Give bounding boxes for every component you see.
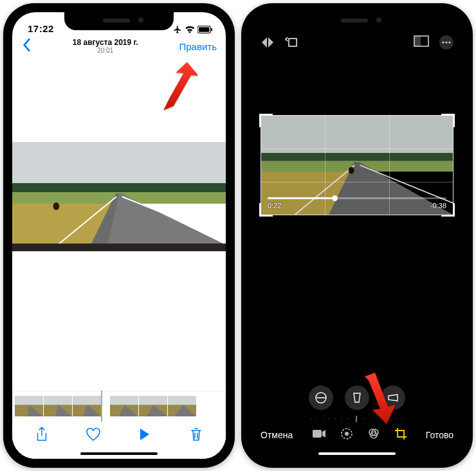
nav-date: 18 августа 2019 г. [73, 38, 138, 47]
time-elapsed: 0:22 [268, 202, 281, 209]
nav-title: 18 августа 2019 г. 20:01 [73, 38, 138, 55]
thumbnail-strip[interactable] [12, 391, 226, 420]
svg-point-37 [445, 41, 447, 43]
ellipsis-icon [439, 35, 453, 49]
svg-rect-1 [199, 27, 210, 31]
svg-rect-16 [44, 396, 72, 406]
nav-bar: 18 августа 2019 г. 20:01 Править [12, 35, 226, 58]
svg-marker-52 [322, 430, 325, 438]
adjust-tab[interactable] [340, 427, 353, 442]
delete-button[interactable] [182, 427, 210, 445]
playhead-handle[interactable] [103, 392, 109, 420]
back-button[interactable] [21, 38, 32, 55]
play-icon [139, 428, 151, 441]
crop-handle-tr[interactable] [441, 114, 455, 127]
svg-rect-12 [12, 244, 226, 251]
crop-tab[interactable] [394, 427, 407, 442]
cancel-button[interactable]: Отмена [261, 430, 293, 440]
filters-tab[interactable] [367, 427, 380, 442]
home-indicator[interactable] [80, 452, 158, 455]
svg-marker-58 [365, 373, 396, 424]
aspect-icon [414, 35, 429, 47]
status-indicators [173, 25, 213, 34]
svg-rect-22 [110, 396, 138, 406]
svg-point-54 [345, 432, 349, 436]
nav-time: 20:01 [73, 47, 138, 55]
time-remaining: -0:38 [430, 202, 446, 209]
more-button[interactable] [439, 35, 453, 52]
video-preview[interactable] [12, 142, 226, 251]
svg-rect-2 [211, 28, 212, 31]
rotate-icon [285, 36, 299, 49]
straighten-button[interactable] [309, 386, 333, 410]
straighten-icon [315, 391, 327, 404]
play-button[interactable] [131, 428, 159, 443]
home-indicator[interactable] [318, 452, 396, 455]
video-icon [312, 429, 326, 439]
share-icon [35, 427, 48, 442]
airplane-mode-icon [173, 25, 182, 34]
crop-box[interactable]: 0:22 -0:38 [261, 115, 453, 215]
video-crop-image [261, 116, 453, 215]
edit-button[interactable]: Править [179, 41, 217, 52]
svg-rect-25 [139, 396, 167, 406]
svg-rect-40 [261, 153, 453, 161]
heart-icon [86, 427, 101, 441]
phone-left: 17:22 18 августа 2019 г. 20:01 Править [3, 3, 235, 468]
flip-icon [261, 36, 275, 49]
svg-point-38 [448, 41, 450, 43]
flip-button[interactable] [261, 36, 275, 51]
svg-point-36 [442, 41, 444, 43]
done-button[interactable]: Готово [426, 430, 453, 440]
svg-point-11 [53, 202, 59, 210]
svg-rect-32 [289, 39, 297, 46]
video-thumbnail-image [12, 142, 226, 251]
video-scrubber[interactable] [268, 197, 446, 199]
svg-rect-28 [168, 396, 196, 406]
svg-rect-34 [414, 36, 421, 46]
favorite-button[interactable] [79, 427, 107, 444]
crop-icon [394, 427, 407, 440]
svg-rect-4 [12, 183, 226, 192]
status-time: 17:22 [28, 23, 54, 34]
svg-marker-31 [163, 61, 197, 113]
trash-icon [190, 427, 203, 442]
annotation-arrow-crop [357, 371, 402, 429]
adjust-icon [340, 427, 353, 440]
aspect-ratio-button[interactable] [414, 35, 429, 52]
crop-stage: 0:22 -0:38 [250, 57, 464, 382]
crop-handle-tl[interactable] [259, 114, 273, 127]
phone-right: 0:22 -0:38 · · · · · · · | · · · · · · ·… [241, 3, 473, 468]
share-button[interactable] [28, 427, 56, 445]
chevron-left-icon [21, 38, 32, 52]
svg-rect-13 [15, 396, 43, 406]
annotation-arrow-edit [152, 61, 197, 119]
svg-rect-51 [313, 430, 322, 438]
svg-rect-19 [73, 396, 101, 406]
rotate-button[interactable] [285, 36, 299, 51]
filters-icon [367, 427, 380, 440]
svg-point-46 [349, 167, 354, 174]
wifi-icon [185, 26, 195, 33]
battery-icon [197, 26, 213, 33]
video-tab[interactable] [312, 429, 326, 441]
